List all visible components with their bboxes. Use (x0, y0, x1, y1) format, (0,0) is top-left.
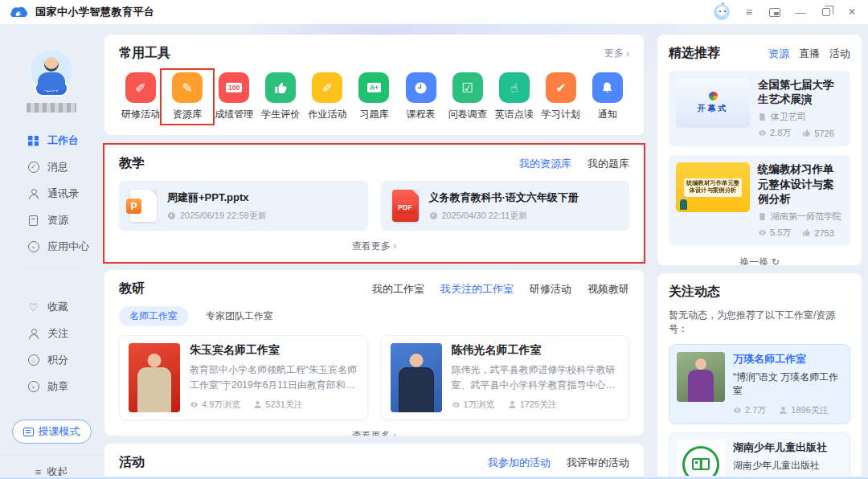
sidebar-item-label: 消息 (47, 160, 68, 174)
sidebar-item-label: 积分 (47, 353, 68, 367)
minimize-icon[interactable]: — (794, 6, 807, 18)
tool-resource-library[interactable]: ✎ 资源库 (166, 72, 209, 121)
tab-resources[interactable]: 资源 (768, 47, 789, 61)
sidebar-item-label: 收藏 (47, 300, 68, 314)
tool-timetable[interactable]: 课程表 (399, 72, 443, 121)
app-center-icon: ⌄ (27, 241, 39, 252)
teaching-view-more-link[interactable]: 查看更多 › (119, 240, 629, 253)
tab-my-workshops[interactable]: 我的工作室 (372, 282, 424, 297)
subtab-expert-team-workshop[interactable]: 专家团队工作室 (206, 306, 273, 326)
tool-homework-activity[interactable]: ✐ 作业活动 (305, 72, 349, 121)
workshop-description: “博润”语文 万瑛名师工作室 (733, 371, 842, 398)
username-masked (27, 103, 76, 113)
sidebar-item-label: 资源 (47, 213, 68, 227)
sidebar-menu: 工作台 ✓ 消息 通讯录 资源 ⌄ 应用中心 (0, 133, 103, 254)
tool-study-plan[interactable]: ✔ 学习计划 (539, 72, 583, 121)
tab-video-research[interactable]: 视频教研 (588, 282, 629, 297)
followed-workshop-card-wan[interactable]: 万瑛名师工作室 “博润”语文 万瑛名师工作室 2.7万 1896关注 (669, 344, 850, 424)
tool-student-evaluation[interactable]: 学生评价 (259, 72, 302, 121)
pdf-file-icon: PDF (392, 190, 419, 222)
close-icon[interactable]: × (845, 6, 858, 18)
section-title-following: 关注动态 (669, 284, 720, 301)
maximize-icon[interactable] (820, 6, 833, 18)
recommend-source: 湖南第一师范学院 (758, 211, 843, 223)
video-thumbnail: 统编教材习作单元整体设计与案例分析 (676, 162, 750, 212)
thumbnail-text: 开幕式 (698, 103, 729, 114)
sidebar-item-label: 勋章 (47, 379, 68, 394)
mini-window-icon[interactable] (768, 6, 781, 18)
workshop-description: 教育部中小学名师领航工程“朱玉宾名师工作室”于2019年6月11日由教育部和陕西… (190, 362, 358, 392)
following-updates-card: 关注动态 暂无动态，为您推荐了以下工作室/资源号： 万瑛名师工作室 “博润”语文… (657, 273, 862, 479)
teaching-mode-label: 授课模式 (39, 424, 80, 439)
eye-icon (733, 406, 742, 415)
sidebar-item-follow[interactable]: 关注 (27, 326, 103, 341)
source-doc-icon (758, 113, 767, 121)
tool-score-management[interactable]: 100 成绩管理 (212, 72, 256, 121)
tab-training-activities[interactable]: 研修活动 (530, 282, 571, 297)
workshop-card-zhu[interactable]: 朱玉宾名师工作室 教育部中小学名师领航工程“朱玉宾名师工作室”于2019年6月1… (119, 335, 368, 420)
publisher-logo (677, 440, 725, 479)
file-updated: 2025/04/30 22:11更新 (429, 210, 579, 222)
tab-activities[interactable]: 活动 (829, 47, 850, 61)
user-avatar[interactable]: 老师 (31, 50, 72, 92)
sidebar: 老师 工作台 ✓ 消息 通讯录 资源 (0, 24, 103, 479)
tool-notifications[interactable]: 通知 (586, 72, 629, 121)
publisher-card-hunan[interactable]: 湖南少年儿童出版社 湖南少年儿童出版社 (669, 432, 850, 479)
tab-my-reviewed-activities[interactable]: 我评审的活动 (567, 456, 629, 470)
sidebar-menu-secondary: ♡ 收藏 关注 ☆ 积分 • 勋章 (0, 300, 103, 394)
pen-bookmark-icon: ✐ (125, 72, 156, 103)
workshop-card-chen[interactable]: 陈伟光名师工作室 陈伟光，武平县教师进修学校科学教研室、武平县中小学科学教育指导… (381, 335, 630, 420)
tab-my-joined-activities[interactable]: 我参加的活动 (488, 456, 551, 470)
sidebar-item-messages[interactable]: ✓ 消息 (27, 160, 103, 174)
tab-live[interactable]: 直播 (799, 47, 820, 61)
follower-icon (253, 400, 262, 409)
clock-icon (167, 211, 176, 220)
sidebar-item-resources[interactable]: 资源 (27, 213, 103, 227)
subtab-famous-teacher-workshop[interactable]: 名师工作室 (119, 306, 188, 326)
open-book-icon (692, 458, 710, 470)
plan-check-icon: ✔ (546, 72, 576, 103)
recommend-item-textbook-design[interactable]: 统编教材习作单元整体设计与案例分析 统编教材习作单元整体设计与案例分析 湖南第一… (669, 155, 850, 246)
sidebar-divider (18, 268, 85, 269)
ai-assistant-icon[interactable] (714, 4, 730, 20)
tab-my-question-bank[interactable]: 我的题库 (588, 157, 629, 171)
tool-english-reading[interactable]: ☝ 英语点读 (493, 72, 536, 121)
settings-list-icon[interactable]: ≡ (743, 6, 755, 18)
file-card-ppt[interactable]: P 周建丽+PPT.pptx 2025/06/19 22:59更新 (119, 181, 368, 231)
tab-my-resource-library[interactable]: 我的资源库 (519, 157, 571, 171)
sidebar-item-medals[interactable]: • 勋章 (27, 379, 103, 394)
thumbnail-text: 统编教材习作单元整体设计与案例分析 (684, 178, 742, 197)
tools-more-link[interactable]: 更多› (604, 47, 629, 60)
ppt-file-icon: P (130, 190, 157, 222)
sidebar-item-workbench[interactable]: 工作台 (27, 133, 103, 148)
thumb-up-icon (265, 72, 296, 103)
section-title-activities: 活动 (119, 454, 145, 471)
recommend-item-art-show[interactable]: 开幕式 全国第七届大学生艺术展演 体卫艺司 2.8万 5726 (669, 71, 850, 146)
message-check-icon: ✓ (27, 162, 39, 173)
research-view-more-link[interactable]: 查看更多 › (119, 429, 629, 436)
source-doc-icon (758, 212, 767, 221)
heart-icon: ♡ (27, 301, 39, 313)
pen-book-icon: ✎ (172, 72, 203, 103)
sidebar-item-points[interactable]: ☆ 积分 (27, 353, 103, 367)
window-bottom-edge (0, 476, 868, 479)
tool-exercise-bank[interactable]: A+ 习题库 (352, 72, 395, 121)
tool-training-activity[interactable]: ✐ 研修活动 (119, 72, 162, 121)
file-card-pdf[interactable]: PDF 义务教育教科书·语文六年级下册 2025/04/30 22:11更新 (381, 181, 630, 231)
workshop-name: 朱玉宾名师工作室 (190, 343, 358, 358)
teaching-mode-button[interactable]: 授课模式 (12, 420, 92, 444)
sidebar-item-contacts[interactable]: 通讯录 (27, 186, 103, 201)
follower-icon (508, 400, 517, 409)
sidebar-item-app-center[interactable]: ⌄ 应用中心 (27, 240, 103, 254)
titlebar: 国家中小学智慧教育平台 ≡ — × (0, 0, 868, 24)
tools-row: ✐ 研修活动 ✎ 资源库 100 成绩管理 学生评价 ✐ (119, 72, 629, 121)
refresh-recommendations-link[interactable]: 换一换 ↻ (669, 256, 850, 265)
sidebar-item-label: 应用中心 (47, 240, 89, 254)
sidebar-item-favorites[interactable]: ♡ 收藏 (27, 300, 103, 314)
recommend-stats: 2.8万 5726 (758, 127, 843, 139)
tool-survey[interactable]: ☑ 问卷调查 (446, 72, 489, 121)
tab-followed-workshops[interactable]: 我关注的工作室 (440, 282, 514, 297)
activities-card: 活动 我参加的活动 我评审的活动 (104, 444, 644, 479)
schedule-clock-icon (406, 72, 436, 103)
teaching-card: 教学 我的资源库 我的题库 P 周建丽+PPT.pptx 2025/06/19 … (104, 145, 644, 262)
